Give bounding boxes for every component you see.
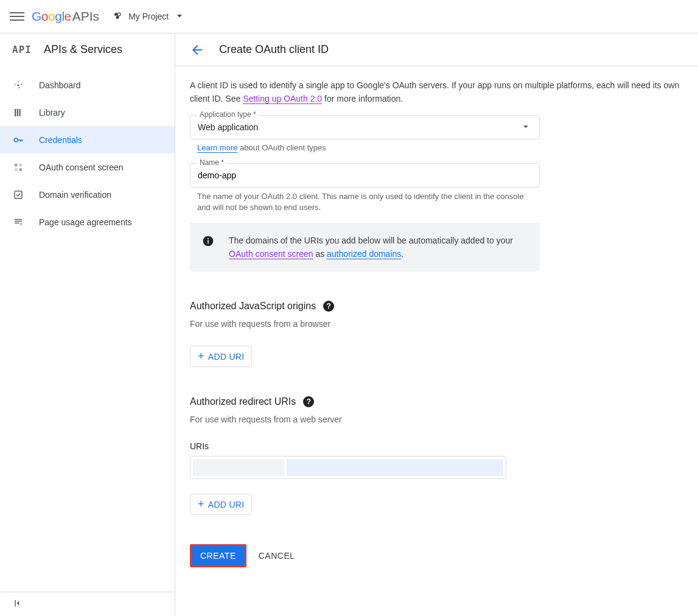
nav-label: OAuth consent screen — [39, 163, 124, 172]
key-icon — [12, 134, 24, 146]
sidebar: API APIs & Services Dashboard Library Cr… — [0, 33, 175, 616]
consent-icon — [12, 161, 24, 173]
plus-icon: + — [198, 498, 204, 511]
svg-rect-6 — [19, 109, 21, 116]
sidebar-header: API APIs & Services — [0, 33, 175, 66]
help-icon[interactable]: ? — [323, 301, 334, 312]
svg-rect-8 — [15, 164, 18, 167]
svg-rect-11 — [19, 168, 23, 171]
dropdown-icon — [520, 121, 532, 135]
field-label: Name * — [197, 158, 226, 167]
svg-point-3 — [18, 84, 19, 86]
sidebar-item-domain-verification[interactable]: Domain verification — [0, 181, 175, 208]
svg-rect-4 — [15, 109, 16, 116]
oauth-consent-link[interactable]: OAuth consent screen — [229, 249, 313, 259]
sidebar-title: APIs & Services — [44, 43, 122, 56]
nav-label: Domain verification — [39, 190, 111, 200]
cancel-button[interactable]: CANCEL — [259, 551, 295, 561]
page-usage-icon — [12, 216, 24, 228]
name-field-wrap: Name * — [190, 163, 683, 187]
uri-redacted — [287, 459, 503, 476]
select-value: Web application — [198, 122, 258, 132]
page-title: Create OAuth client ID — [219, 43, 329, 56]
google-logo[interactable]: GoogleAPIs — [32, 9, 99, 24]
collapse-icon[interactable] — [12, 598, 23, 611]
topbar: GoogleAPIs My Project — [0, 0, 698, 33]
add-uri-button-redirect[interactable]: + ADD URI — [190, 494, 252, 515]
redirect-uris-title: Authorized redirect URIs ? — [190, 396, 683, 407]
library-icon — [12, 107, 24, 119]
back-arrow-icon[interactable] — [190, 43, 204, 57]
svg-rect-12 — [15, 191, 22, 198]
svg-rect-15 — [208, 240, 209, 243]
nav-label: Page usage agreements — [39, 217, 132, 227]
application-type-select[interactable]: Web application — [190, 115, 540, 139]
uri-redacted — [193, 459, 284, 476]
svg-rect-5 — [17, 109, 18, 116]
menu-icon[interactable] — [10, 9, 24, 24]
name-input[interactable] — [198, 170, 532, 180]
api-badge: API — [12, 44, 32, 55]
add-uri-button-js[interactable]: + ADD URI — [190, 346, 252, 367]
svg-point-7 — [14, 138, 18, 142]
field-label: Application type * — [197, 110, 259, 119]
uri-input[interactable] — [190, 456, 506, 479]
svg-point-0 — [114, 13, 117, 16]
sidebar-item-library[interactable]: Library — [0, 99, 175, 126]
info-banner: The domains of the URIs you add below wi… — [190, 223, 540, 271]
sidebar-item-dashboard[interactable]: Dashboard — [0, 71, 175, 99]
svg-rect-10 — [15, 168, 18, 171]
nav-label: Library — [39, 108, 65, 117]
application-type-field: Application type * Web application — [190, 115, 683, 139]
svg-point-1 — [117, 13, 120, 16]
dashboard-icon — [12, 79, 24, 91]
name-help-text: The name of your OAuth 2.0 client. This … — [197, 191, 538, 213]
create-button[interactable]: CREATE — [190, 544, 246, 567]
dropdown-icon — [173, 10, 186, 24]
setup-oauth-link[interactable]: Setting up OAuth 2.0 — [243, 94, 322, 104]
nav-label: Dashboard — [39, 80, 81, 90]
help-icon[interactable]: ? — [303, 396, 314, 407]
svg-point-16 — [208, 238, 209, 239]
js-origins-title: Authorized JavaScript origins ? — [190, 301, 683, 312]
svg-point-2 — [116, 16, 119, 19]
verify-icon — [12, 189, 24, 201]
svg-rect-9 — [19, 164, 23, 167]
sidebar-item-page-usage[interactable]: Page usage agreements — [0, 208, 175, 236]
redirect-desc: For use with requests from a web server — [190, 415, 683, 424]
svg-point-13 — [20, 223, 22, 225]
sidebar-item-oauth-consent[interactable]: OAuth consent screen — [0, 153, 175, 181]
info-icon — [202, 235, 214, 247]
nav-label: Credentials — [39, 135, 82, 145]
uris-label: URIs — [190, 441, 683, 451]
main-header: Create OAuth client ID — [175, 33, 698, 66]
intro-text: A client ID is used to identify a single… — [190, 79, 683, 105]
project-icon — [111, 10, 124, 24]
js-origins-desc: For use with requests from a browser — [190, 319, 683, 329]
sidebar-item-credentials[interactable]: Credentials — [0, 126, 175, 153]
plus-icon: + — [198, 350, 204, 363]
learn-more-link[interactable]: Learn more — [197, 143, 237, 153]
learn-more-row: Learn more about OAuth client types — [197, 143, 683, 152]
authorized-domains-link[interactable]: authorized domains — [327, 249, 401, 259]
main-content: Create OAuth client ID A client ID is us… — [175, 33, 698, 616]
project-name: My Project — [128, 12, 169, 21]
project-selector[interactable]: My Project — [111, 10, 186, 24]
